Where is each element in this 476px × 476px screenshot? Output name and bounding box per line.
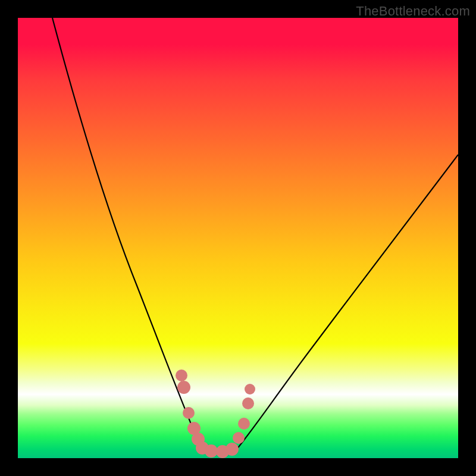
blob-layer (18, 18, 458, 458)
valley-marker (245, 384, 255, 394)
valley-marker (183, 407, 195, 419)
valley-marker (177, 381, 190, 394)
valley-marker (176, 369, 187, 381)
valley-marker (226, 443, 239, 456)
valley-marker (242, 397, 254, 409)
valley-marker (238, 418, 250, 430)
chart-frame: TheBottleneck.com (0, 0, 476, 476)
watermark-text: TheBottleneck.com (356, 4, 470, 19)
valley-marker (233, 432, 245, 444)
